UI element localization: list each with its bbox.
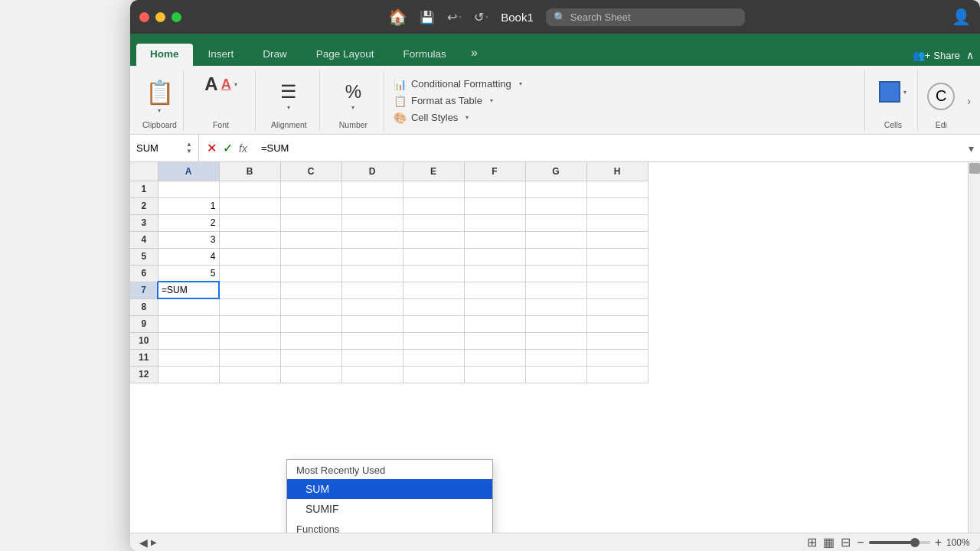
ribbon-expand-button[interactable]: › (964, 70, 974, 131)
cell-H5[interactable] (586, 248, 648, 265)
cell-E12[interactable] (403, 366, 464, 383)
row-header-1[interactable]: 1 (130, 181, 158, 197)
cell-G12[interactable] (525, 366, 586, 383)
cell-B12[interactable] (219, 366, 280, 383)
cell-D7[interactable] (341, 282, 403, 298)
cell-E3[interactable] (403, 214, 464, 231)
cell-B7[interactable] (219, 282, 280, 298)
cell-F7[interactable] (464, 282, 525, 298)
cell-H7[interactable] (586, 282, 648, 298)
cell-B5[interactable] (219, 248, 280, 265)
cell-B8[interactable] (219, 298, 280, 315)
cell-G6[interactable] (525, 265, 586, 282)
cell-D1[interactable] (341, 181, 403, 197)
user-icon[interactable]: 👤 (952, 8, 971, 26)
tab-page-layout[interactable]: Page Layout (302, 44, 388, 66)
cell-A2[interactable]: 1 (158, 197, 219, 214)
cell-A8[interactable] (158, 298, 219, 315)
zoom-plus-button[interactable]: + (935, 536, 942, 549)
cell-H12[interactable] (586, 366, 648, 383)
cell-A3[interactable]: 2 (158, 214, 219, 231)
cell-A9[interactable] (158, 315, 219, 332)
cell-H4[interactable] (586, 231, 648, 248)
cell-E11[interactable] (403, 349, 464, 366)
cell-D11[interactable] (341, 349, 403, 366)
col-header-G[interactable]: G (525, 162, 586, 181)
save-button[interactable]: 💾 (420, 10, 435, 24)
row-header-9[interactable]: 9 (130, 315, 158, 332)
font-caret[interactable]: ▾ (234, 81, 237, 88)
cell-F8[interactable] (464, 298, 525, 315)
cell-F4[interactable] (464, 231, 525, 248)
cell-A6[interactable]: 5 (158, 265, 219, 282)
cell-G9[interactable] (525, 315, 586, 332)
formula-accept-button[interactable]: ✓ (223, 141, 233, 155)
tab-formulas[interactable]: Formulas (390, 44, 460, 66)
home-icon[interactable]: 🏠 (388, 8, 407, 26)
cell-D8[interactable] (341, 298, 403, 315)
cell-E4[interactable] (403, 231, 464, 248)
formula-expand-icon[interactable]: ▾ (962, 142, 980, 155)
maximize-button[interactable] (172, 12, 181, 22)
minimize-button[interactable] (155, 12, 165, 22)
cell-D10[interactable] (341, 332, 403, 349)
cell-F9[interactable] (464, 315, 525, 332)
cell-H1[interactable] (586, 181, 648, 197)
cell-C6[interactable] (280, 265, 341, 282)
clipboard-button[interactable]: 📋 ▾ (144, 77, 175, 116)
cell-F10[interactable] (464, 332, 525, 349)
cell-E6[interactable] (403, 265, 464, 282)
cell-A1[interactable] (158, 181, 219, 197)
cell-G7[interactable] (525, 282, 586, 298)
cell-styles-button[interactable]: 🎨 Cell Styles ▾ (394, 111, 858, 125)
zoom-thumb[interactable] (910, 538, 920, 547)
zoom-slider[interactable] (869, 541, 930, 544)
conditional-formatting-button[interactable]: 📊 Conditional Formatting ▾ (394, 77, 858, 91)
cell-H10[interactable] (586, 332, 648, 349)
share-button[interactable]: 👥+ Share (913, 50, 960, 61)
tab-draw[interactable]: Draw (249, 44, 301, 66)
cell-E5[interactable] (403, 248, 464, 265)
vertical-scrollbar[interactable] (968, 162, 980, 533)
cell-C10[interactable] (280, 332, 341, 349)
row-header-10[interactable]: 10 (130, 332, 158, 349)
cell-B2[interactable] (219, 197, 280, 214)
name-box[interactable]: SUM ▲ ▼ (130, 135, 199, 161)
close-button[interactable] (139, 12, 149, 22)
autocomplete-item-sum-mru[interactable]: SUM (287, 479, 492, 499)
zoom-minus-button[interactable]: − (857, 536, 864, 549)
cell-C3[interactable] (280, 214, 341, 231)
format-as-table-button[interactable]: 📋 Format as Table ▾ (394, 94, 858, 108)
row-header-11[interactable]: 11 (130, 349, 158, 366)
row-header-2[interactable]: 2 (130, 197, 158, 214)
cell-H3[interactable] (586, 214, 648, 231)
col-header-D[interactable]: D (341, 162, 403, 181)
cell-D5[interactable] (341, 248, 403, 265)
cell-B10[interactable] (219, 332, 280, 349)
cell-A5[interactable]: 4 (158, 248, 219, 265)
tab-insert[interactable]: Insert (194, 44, 248, 66)
cell-E2[interactable] (403, 197, 464, 214)
row-header-4[interactable]: 4 (130, 231, 158, 248)
cell-E8[interactable] (403, 298, 464, 315)
view-pagebreak-icon[interactable]: ⊟ (841, 535, 851, 549)
cell-A4[interactable]: 3 (158, 231, 219, 248)
cell-D12[interactable] (341, 366, 403, 383)
cell-G2[interactable] (525, 197, 586, 214)
cell-D2[interactable] (341, 197, 403, 214)
view-normal-icon[interactable]: ⊞ (807, 535, 817, 549)
cell-E7[interactable] (403, 282, 464, 298)
row-header-5[interactable]: 5 (130, 248, 158, 265)
cell-G5[interactable] (525, 248, 586, 265)
cell-A10[interactable] (158, 332, 219, 349)
cell-C11[interactable] (280, 349, 341, 366)
tab-home[interactable]: Home (136, 44, 193, 66)
cell-H2[interactable] (586, 197, 648, 214)
cell-H8[interactable] (586, 298, 648, 315)
name-box-spinners[interactable]: ▲ ▼ (186, 142, 192, 155)
cell-B11[interactable] (219, 349, 280, 366)
cell-D4[interactable] (341, 231, 403, 248)
cell-G4[interactable] (525, 231, 586, 248)
cell-B3[interactable] (219, 214, 280, 231)
col-header-H[interactable]: H (586, 162, 648, 181)
